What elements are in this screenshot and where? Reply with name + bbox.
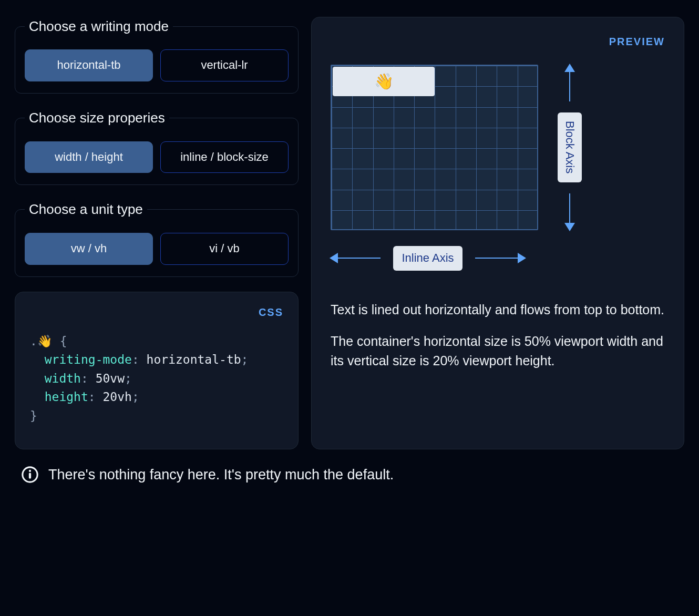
writing-mode-option-horizontal-tb[interactable]: horizontal-tb [25,49,153,81]
size-props-option-width-height[interactable]: width / height [25,141,153,173]
unit-type-option-vw-vh[interactable]: vw / vh [25,233,153,265]
inline-axis-indicator: Inline Axis [331,246,525,271]
preview-panel-tag: PREVIEW [609,34,665,49]
preview-panel: PREVIEW 👋 Inline Axis Block Axis Text is… [311,17,684,449]
svg-rect-2 [29,470,31,472]
size-props-group: Choose size properies width / height inl… [15,108,299,185]
inline-axis-label: Inline Axis [393,246,462,271]
info-icon [21,466,39,484]
size-props-option-inline-block[interactable]: inline / block-size [160,141,289,173]
unit-type-group: Choose a unit type vw / vh vi / vb [15,200,299,276]
svg-rect-1 [29,474,31,479]
preview-explanation: Text is lined out horizontally and flows… [331,300,665,371]
css-code-panel: CSS .👋 { writing-mode: horizontal-tb; wi… [15,292,299,449]
writing-mode-group: Choose a writing mode horizontal-tb vert… [15,17,299,94]
writing-mode-option-vertical-lr[interactable]: vertical-lr [160,49,289,81]
preview-grid: 👋 [331,65,538,230]
block-axis-indicator: Block Axis [551,65,588,230]
unit-type-option-vi-vb[interactable]: vi / vb [160,233,289,265]
preview-wave-chip: 👋 [333,67,435,96]
preview-stage: 👋 Inline Axis Block Axis [331,65,665,285]
size-props-legend: Choose size properies [25,108,169,127]
css-code-block: .👋 { writing-mode: horizontal-tb; width:… [30,332,283,426]
footer-note: There's nothing fancy here. It's pretty … [0,449,699,501]
footer-note-text: There's nothing fancy here. It's pretty … [48,465,394,485]
unit-type-legend: Choose a unit type [25,200,147,219]
block-axis-label: Block Axis [558,112,582,182]
preview-explanation-line: Text is lined out horizontally and flows… [331,300,665,320]
css-panel-tag: CSS [259,305,283,320]
writing-mode-legend: Choose a writing mode [25,17,173,36]
wave-icon: 👋 [374,70,394,93]
preview-explanation-line: The container's horizontal size is 50% v… [331,332,665,371]
